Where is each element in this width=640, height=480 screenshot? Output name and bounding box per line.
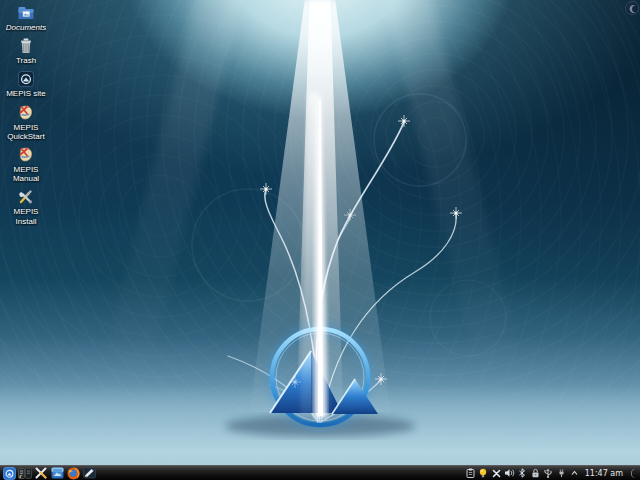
- wallet-lock-tray-icon[interactable]: [530, 468, 541, 479]
- desktop-icon-label: MEPIS site: [6, 89, 46, 98]
- mail-composer-icon: [83, 467, 96, 479]
- desktop-icon-label: Trash: [16, 56, 36, 65]
- tray-expander-arrow-icon[interactable]: [569, 468, 580, 479]
- desktop-icon-label: MEPIS Install: [3, 207, 49, 225]
- taskbar-clock[interactable]: 11:47 am: [585, 469, 623, 478]
- document-manual-icon: [17, 146, 35, 164]
- desktop-icon-trash[interactable]: Trash: [2, 37, 50, 65]
- install-tools-icon: [17, 188, 35, 206]
- volume-tray-icon[interactable]: [504, 468, 515, 479]
- mepis-site-icon: [17, 70, 35, 88]
- desktop-icon-mepis-manual[interactable]: MEPIS Manual: [2, 146, 50, 183]
- folder-documents-icon: [17, 4, 35, 22]
- trash-icon: [17, 37, 35, 55]
- wallpaper: [0, 0, 640, 480]
- firefox-launcher-button[interactable]: [66, 467, 80, 480]
- file-manager-icon: [51, 467, 64, 479]
- desktop-icon-column: Documents Trash MEPIS site: [2, 4, 50, 231]
- mepis-menu-icon: [3, 467, 16, 480]
- desktop-icon-documents[interactable]: Documents: [2, 4, 50, 32]
- taskbar: 11:47 am: [0, 465, 640, 480]
- mail-launcher-button[interactable]: [82, 467, 96, 480]
- document-quickstart-icon: [17, 104, 35, 122]
- desktop-icon-label: Documents: [6, 23, 46, 32]
- panel-toolbox-cashew-icon[interactable]: [626, 467, 638, 480]
- input-x-tray-icon[interactable]: [491, 468, 502, 479]
- desktop: Documents Trash MEPIS site: [0, 0, 640, 480]
- desktop-icon-mepis-site[interactable]: MEPIS site: [2, 70, 50, 98]
- usb-device-tray-icon[interactable]: [543, 468, 554, 479]
- file-manager-launcher-button[interactable]: [50, 467, 64, 480]
- taskbar-launchers: [2, 467, 96, 480]
- mepis-emblem-artwork: [150, 80, 510, 450]
- desktop-icon-mepis-install[interactable]: MEPIS Install: [2, 188, 50, 225]
- firefox-icon: [67, 467, 80, 480]
- desktop-toolbox-cashew-icon[interactable]: [625, 1, 639, 15]
- utility-launcher-button[interactable]: [34, 467, 48, 480]
- system-tray: [465, 468, 580, 479]
- desktop-icon-label: MEPIS QuickStart: [3, 123, 49, 141]
- power-bulb-tray-icon[interactable]: [478, 468, 489, 479]
- bluetooth-tray-icon[interactable]: [517, 468, 528, 479]
- desktop-icon-mepis-quickstart[interactable]: MEPIS QuickStart: [2, 104, 50, 141]
- utility-x-icon: [35, 467, 47, 479]
- network-plug-tray-icon[interactable]: [556, 468, 567, 479]
- clipboard-tray-icon[interactable]: [465, 468, 476, 479]
- desktop-icon-label: MEPIS Manual: [3, 165, 49, 183]
- desktop-pager-button[interactable]: [18, 467, 32, 480]
- desktop-pager-icon: [18, 468, 32, 479]
- mepis-menu-button[interactable]: [2, 467, 16, 480]
